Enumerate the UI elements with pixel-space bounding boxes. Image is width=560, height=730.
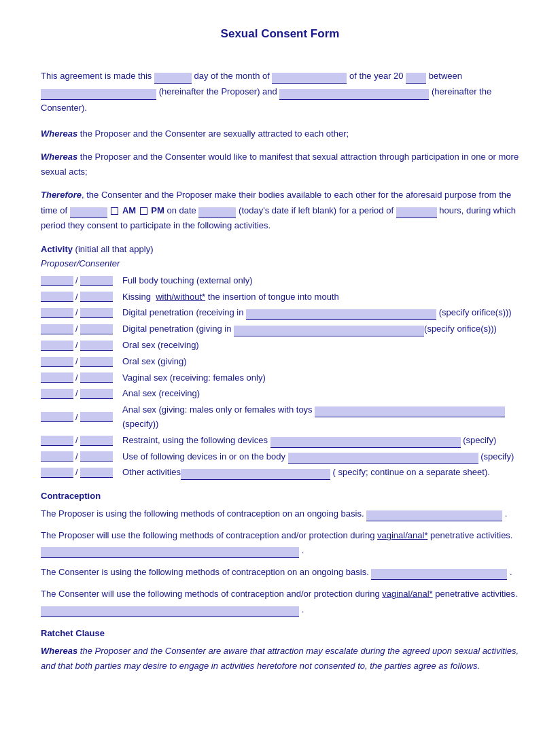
hereinafter-proposer: (hereinafter the Proposer) and <box>159 86 280 97</box>
contraception-p1: The Proposer is using the following meth… <box>41 506 519 521</box>
time-field[interactable] <box>70 207 107 218</box>
intro-section: This agreement is made this day of the m… <box>41 68 519 116</box>
proposer-init-8[interactable] <box>41 389 73 399</box>
consenter-contraception-ongoing-field[interactable] <box>371 569 507 580</box>
proposer-init-7[interactable] <box>41 372 73 383</box>
proposer-init-4[interactable] <box>41 324 73 334</box>
contraception-title: Contraception <box>41 491 519 501</box>
month-field[interactable] <box>272 73 347 84</box>
dp-giving-field[interactable] <box>234 326 424 336</box>
consenter-init-2[interactable] <box>80 292 113 302</box>
pm-checkbox[interactable] <box>140 207 147 215</box>
proposer-name-field[interactable] <box>41 89 156 100</box>
activity-row-7: / Vaginal sex (receiving: females only) <box>41 371 519 385</box>
consenter-init-11[interactable] <box>80 451 113 462</box>
activity-row-9: / Anal sex (giving: males only or female… <box>41 403 519 432</box>
consenter-init-1[interactable] <box>80 276 113 286</box>
whereas-2: Whereas the Proposer and the Consenter w… <box>41 150 519 179</box>
anal-giving-field[interactable] <box>315 406 505 417</box>
dp-receiving-field[interactable] <box>246 309 436 320</box>
proposer-init-5[interactable] <box>41 341 73 351</box>
activity-label: Activity (initial all that apply) <box>41 244 519 254</box>
activity-section: Activity (initial all that apply) Propos… <box>41 244 519 480</box>
activity-row-12: / Other activities ( specify; continue o… <box>41 466 519 480</box>
contraception-section: Contraception The Proposer is using the … <box>41 491 519 617</box>
proposer-init-9[interactable] <box>41 412 73 422</box>
contraception-p2: The Proposer will use the following meth… <box>41 528 519 558</box>
activity-row-1: / Full body touching (external only) <box>41 274 519 288</box>
therefore-section: Therefore, the Consenter and the Propose… <box>41 188 519 232</box>
consenter-init-10[interactable] <box>80 436 113 446</box>
contraception-p3: The Consenter is using the following met… <box>41 565 519 580</box>
consenter-init-9[interactable] <box>80 412 113 422</box>
activity-row-6: / Oral sex (giving) <box>41 355 519 369</box>
proposer-contraception-protective-field[interactable] <box>41 547 299 558</box>
ratchet-text: Whereas the Proposer and the Consenter a… <box>41 644 519 674</box>
activity-row-8: / Anal sex (receiving) <box>41 387 519 401</box>
proposer-init-6[interactable] <box>41 357 73 367</box>
consenter-init-8[interactable] <box>80 389 113 399</box>
proposer-init-3[interactable] <box>41 308 73 318</box>
intro-text-3: of the year 20 <box>349 71 404 81</box>
consenter-init-7[interactable] <box>80 372 113 383</box>
ratchet-title: Ratchet Clause <box>41 628 519 638</box>
consenter-init-3[interactable] <box>80 308 113 318</box>
am-checkbox[interactable] <box>111 207 118 215</box>
activity-row-2: / Kissing with/without* the insertion of… <box>41 290 519 305</box>
year-field[interactable] <box>406 73 426 84</box>
day-field[interactable] <box>154 73 192 84</box>
consenter-init-6[interactable] <box>80 357 113 367</box>
proposer-init-11[interactable] <box>41 451 73 462</box>
whereas-1: Whereas the Proposer and the Consenter a… <box>41 126 519 141</box>
proposer-contraception-ongoing-field[interactable] <box>366 510 502 521</box>
proposer-consenter-label: Proposer/Consenter <box>41 258 519 268</box>
activity-row-3: / Digital penetration (receiving in (spe… <box>41 306 519 320</box>
devices-field[interactable] <box>288 453 478 464</box>
consenter-init-4[interactable] <box>80 324 113 334</box>
proposer-init-2[interactable] <box>41 292 73 302</box>
proposer-init-1[interactable] <box>41 276 73 286</box>
activity-row-5: / Oral sex (receiving) <box>41 338 519 353</box>
ratchet-section: Ratchet Clause Whereas the Proposer and … <box>41 628 519 674</box>
hours-field[interactable] <box>396 207 437 218</box>
other-activities-field[interactable] <box>181 469 330 480</box>
date-field[interactable] <box>198 207 236 218</box>
restraint-field[interactable] <box>270 437 461 448</box>
proposer-init-10[interactable] <box>41 436 73 446</box>
consenter-contraception-protective-field[interactable] <box>41 606 299 617</box>
intro-text-1: This agreement is made this <box>41 71 152 81</box>
page-title: Sexual Consent Form <box>41 27 519 41</box>
proposer-init-12[interactable] <box>41 468 73 478</box>
consenter-init-12[interactable] <box>80 468 113 478</box>
intro-text-4: between <box>429 71 462 81</box>
consenter-init-5[interactable] <box>80 341 113 351</box>
activity-row-4: / Digital penetration (giving in (specif… <box>41 322 519 336</box>
activity-row-10: / Restraint, using the following devices… <box>41 434 519 448</box>
contraception-p4: The Consenter will use the following met… <box>41 587 519 616</box>
activity-row-11: / Use of following devices in or on the … <box>41 450 519 464</box>
consenter-name-field[interactable] <box>279 89 429 100</box>
intro-text-2: day of the month of <box>194 71 273 81</box>
